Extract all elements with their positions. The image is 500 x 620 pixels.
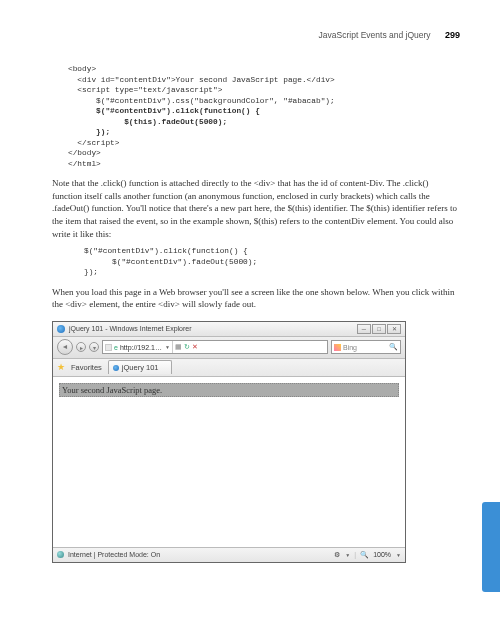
side-tab: [482, 502, 500, 592]
search-icon[interactable]: 🔍: [389, 343, 398, 351]
url-text: http://192.1…: [120, 344, 162, 351]
ie-icon: [57, 325, 65, 333]
window-title: jQuery 101 - Windows Internet Explorer: [69, 325, 192, 332]
favorites-star-icon[interactable]: ★: [57, 362, 65, 372]
favorites-label[interactable]: Favorites: [71, 363, 102, 372]
paragraph-2: When you load this page in a Web browser…: [52, 286, 460, 311]
globe-icon: [57, 551, 64, 558]
zoom-icon[interactable]: 🔍: [360, 551, 369, 559]
window-titlebar: jQuery 101 - Windows Internet Explorer ─…: [53, 322, 405, 337]
favorites-bar: ★ Favorites jQuery 101: [53, 359, 405, 377]
history-dropdown[interactable]: ▾: [89, 342, 99, 352]
close-button[interactable]: ✕: [387, 324, 401, 334]
code-block-1: <body> <div id="contentDiv">Your second …: [68, 64, 460, 169]
page-icon: [105, 344, 112, 351]
page-content-area: Your second JavaScript page.: [53, 377, 405, 547]
search-placeholder: Bing: [343, 344, 357, 351]
nav-toolbar: ◄ ▸ ▾ e http://192.1… ▼ ▦ ↻ ✕ Bing 🔍: [53, 337, 405, 359]
tab-icon: [113, 365, 119, 371]
url-protocol-icon: e: [114, 344, 118, 351]
status-bar: Internet | Protected Mode: On ⚙ ▼ | 🔍 10…: [53, 547, 405, 562]
refresh-icon[interactable]: ↻: [184, 343, 190, 351]
code-block-2: $("#contentDiv").click(function() { $("#…: [84, 246, 460, 278]
browser-tab[interactable]: jQuery 101: [108, 360, 172, 374]
search-box[interactable]: Bing 🔍: [331, 340, 401, 354]
page-header: JavaScript Events and jQuery 299: [52, 30, 460, 40]
status-text: Internet | Protected Mode: On: [68, 551, 160, 558]
chapter-title: JavaScript Events and jQuery: [319, 30, 431, 40]
security-icon[interactable]: ⚙: [334, 551, 340, 559]
minimize-button[interactable]: ─: [357, 324, 371, 334]
paragraph-1: Note that the .click() function is attac…: [52, 177, 460, 240]
bing-icon: [334, 344, 341, 351]
content-div[interactable]: Your second JavaScript page.: [59, 383, 399, 397]
browser-screenshot: jQuery 101 - Windows Internet Explorer ─…: [52, 321, 406, 563]
zoom-dropdown[interactable]: ▼: [396, 552, 401, 558]
compat-icon[interactable]: ▦: [175, 343, 182, 351]
forward-button[interactable]: ▸: [76, 342, 86, 352]
maximize-button[interactable]: □: [372, 324, 386, 334]
zoom-level: 100%: [373, 551, 391, 558]
stop-icon[interactable]: ✕: [192, 343, 198, 351]
url-dropdown-icon[interactable]: ▼: [165, 344, 170, 350]
address-bar[interactable]: e http://192.1… ▼ ▦ ↻ ✕: [102, 340, 328, 354]
tab-title: jQuery 101: [122, 363, 159, 372]
page-number: 299: [445, 30, 460, 40]
back-button[interactable]: ◄: [57, 339, 73, 355]
